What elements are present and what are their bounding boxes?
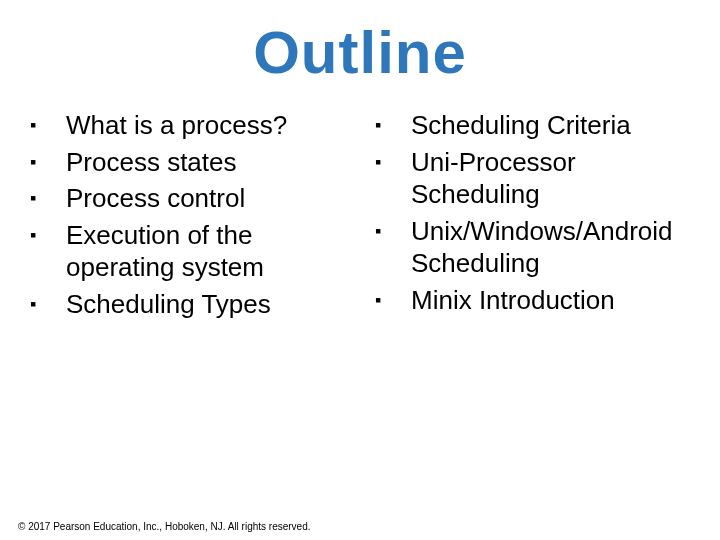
- bullet-icon: ▪: [373, 146, 411, 178]
- list-item-label: Uni-Processor Scheduling: [411, 146, 700, 211]
- slide: Outline ▪ What is a process? ▪ Process s…: [0, 18, 720, 540]
- list-item-label: What is a process?: [66, 109, 355, 142]
- bullet-icon: ▪: [28, 109, 66, 141]
- bullet-icon: ▪: [28, 219, 66, 251]
- list-item-label: Minix Introduction: [411, 284, 700, 317]
- list-item: ▪ Minix Introduction: [373, 284, 700, 317]
- list-item: ▪ Process states: [28, 146, 355, 179]
- list-item-label: Execution of the operating system: [66, 219, 355, 284]
- list-item: ▪ What is a process?: [28, 109, 355, 142]
- list-item: ▪ Process control: [28, 182, 355, 215]
- list-item-label: Scheduling Types: [66, 288, 355, 321]
- list-item: ▪ Uni-Processor Scheduling: [373, 146, 700, 211]
- list-item: ▪ Execution of the operating system: [28, 219, 355, 284]
- list-item-label: Process control: [66, 182, 355, 215]
- right-bullet-list: ▪ Scheduling Criteria ▪ Uni-Processor Sc…: [373, 109, 700, 316]
- left-bullet-list: ▪ What is a process? ▪ Process states ▪ …: [28, 109, 355, 320]
- list-item: ▪ Scheduling Criteria: [373, 109, 700, 142]
- list-item: ▪ Unix/Windows/Android Scheduling: [373, 215, 700, 280]
- bullet-icon: ▪: [28, 288, 66, 320]
- right-column: ▪ Scheduling Criteria ▪ Uni-Processor Sc…: [373, 109, 700, 324]
- list-item-label: Scheduling Criteria: [411, 109, 700, 142]
- bullet-icon: ▪: [373, 109, 411, 141]
- bullet-icon: ▪: [28, 146, 66, 178]
- list-item-label: Process states: [66, 146, 355, 179]
- copyright-footer: © 2017 Pearson Education, Inc., Hoboken,…: [18, 521, 311, 532]
- list-item: ▪ Scheduling Types: [28, 288, 355, 321]
- bullet-icon: ▪: [373, 284, 411, 316]
- bullet-icon: ▪: [373, 215, 411, 247]
- slide-title: Outline: [0, 18, 720, 87]
- left-column: ▪ What is a process? ▪ Process states ▪ …: [28, 109, 355, 324]
- list-item-label: Unix/Windows/Android Scheduling: [411, 215, 700, 280]
- bullet-icon: ▪: [28, 182, 66, 214]
- content-columns: ▪ What is a process? ▪ Process states ▪ …: [0, 109, 720, 324]
